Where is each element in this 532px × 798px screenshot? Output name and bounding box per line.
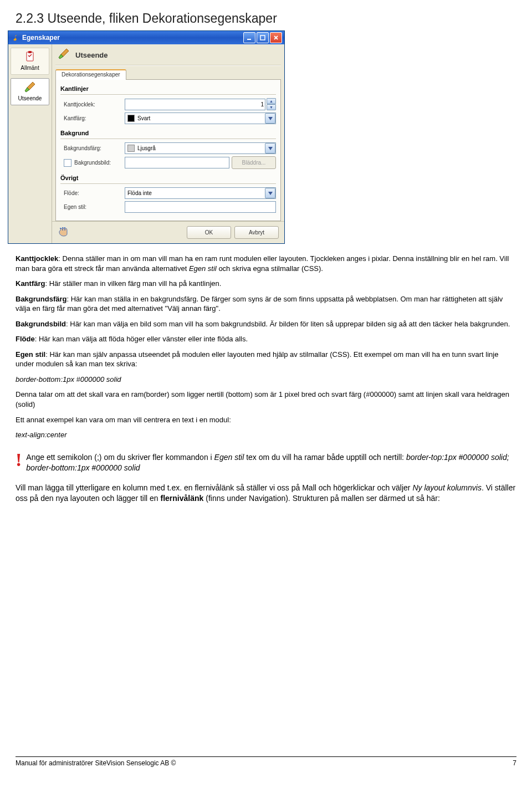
term-flernivalank: flernivålänk — [161, 494, 204, 503]
svg-rect-3 — [28, 51, 32, 53]
sidebar-item-utseende[interactable]: Utseende — [11, 78, 49, 105]
egenstil-input[interactable] — [125, 201, 276, 213]
page-footer: Manual för administratörer SiteVision Se… — [16, 756, 516, 767]
term-egenstil: Egen stil — [16, 350, 45, 359]
text: : Här ställer man in vilken färg man vil… — [45, 279, 221, 288]
minimize-button[interactable] — [243, 32, 255, 43]
term-bakgrundsbild: Bakgrundsbild — [16, 320, 66, 328]
bakgrundsbild-checkbox[interactable] — [64, 159, 71, 167]
document-body: Kanttjocklek: Denna ställer man in om ma… — [16, 254, 516, 504]
sidebar-item-label: Utseende — [18, 95, 42, 101]
tab-dekorationsegenskaper[interactable]: Dekorationsegenskaper — [55, 69, 126, 80]
term-bakgrundsfarg: Bakgrundsfärg — [16, 295, 66, 303]
browse-button[interactable]: Bläddra... — [232, 156, 276, 169]
panel-title: Utseende — [75, 51, 108, 59]
spinner-up-button[interactable]: ▲ — [267, 98, 276, 104]
text: (finns under Navigation). Strukturen på … — [203, 494, 439, 503]
label-bakgrundsfarg: Bakgrundsfärg: — [60, 145, 125, 151]
svg-point-5 — [62, 227, 63, 228]
paintbrush-icon — [57, 48, 71, 63]
sidebar-item-label: Allmänt — [21, 65, 39, 71]
java-icon — [12, 34, 19, 42]
label-bakgrundsbild: Bakgrundsbild: — [74, 160, 111, 166]
paragraph: Ett annat exempel kan vara om man vill c… — [16, 415, 516, 425]
text: Ange ett semikolon (;) om du skriver fle… — [26, 453, 214, 462]
text: : Här kan man själv anpassa utseendet på… — [16, 350, 498, 369]
paintbrush-icon — [21, 81, 39, 94]
label-egenstil: Egen stil: — [60, 204, 125, 210]
code-example-2: text-align:center — [16, 431, 67, 439]
text: tex om du vill ha ramar både upptill och… — [244, 453, 406, 462]
label-kanttjocklek: Kanttjocklek: — [60, 101, 125, 108]
text: : Här kan man välja att flöda höger elle… — [35, 335, 248, 343]
properties-dialog: Egenskaper Allmänt Utsee — [8, 30, 285, 244]
titlebar[interactable]: Egenskaper — [8, 31, 284, 44]
text: Vill man lägga till ytterligare en kolum… — [16, 483, 412, 492]
term-kantfarg: Kantfärg — [16, 279, 45, 288]
flode-value: Flöda inte — [127, 190, 152, 196]
svg-rect-1 — [260, 35, 265, 40]
term-ny-layout: Ny layout kolumnvis — [412, 483, 482, 492]
sidebar: Allmänt Utseende — [8, 44, 52, 243]
hand-icon — [58, 227, 69, 239]
chevron-down-icon[interactable] — [265, 113, 275, 124]
window-title: Egenskaper — [22, 34, 243, 42]
section-heading: 2.2.3 Utseende, fliken Dekorationsegensk… — [16, 11, 516, 26]
bakgrundsfarg-value: Ljusgrå — [137, 145, 156, 151]
sidebar-item-allmant[interactable]: Allmänt — [11, 48, 49, 75]
kantfarg-select[interactable]: Svart — [125, 112, 276, 124]
svg-rect-0 — [247, 39, 251, 40]
bakgrundsbild-input[interactable] — [125, 157, 229, 168]
chevron-down-icon[interactable] — [265, 143, 275, 154]
term-egenstil-inline: Egen stil — [189, 264, 217, 273]
footer-left: Manual för administratörer SiteVision Se… — [16, 759, 176, 767]
fieldset-bakgrund: Bakgrund — [60, 130, 276, 136]
clipboard-icon — [21, 50, 39, 64]
fieldset-kantlinjer: Kantlinjer — [60, 85, 276, 92]
text: : Här kan man välja en bild som man vill… — [66, 320, 510, 328]
text: : Här kan man ställa in en bakgrundsfärg… — [16, 295, 503, 313]
kantfarg-value: Svart — [137, 115, 150, 121]
term-egenstil-inline: Egen stil — [214, 453, 244, 462]
term-kanttjocklek: Kanttjocklek — [16, 254, 58, 263]
bakgrundsfarg-select[interactable]: Ljusgrå — [125, 142, 276, 154]
svg-point-4 — [60, 228, 61, 229]
color-swatch-icon — [127, 145, 135, 152]
svg-point-6 — [64, 227, 65, 228]
close-button[interactable] — [270, 32, 282, 43]
kanttjocklek-input[interactable]: 1 — [125, 99, 265, 110]
color-swatch-icon — [127, 115, 135, 122]
text: och skriva egna stilmallar (CSS). — [217, 264, 323, 273]
label-kantfarg: Kantfärg: — [60, 115, 125, 121]
fieldset-ovrigt: Övrigt — [60, 175, 276, 181]
kanttjocklek-value: 1 — [260, 101, 264, 108]
chevron-down-icon[interactable] — [265, 188, 275, 198]
tab-panel: Kantlinjer Kanttjocklek: 1 ▲ ▼ Kantfär — [55, 79, 281, 221]
term-flode: Flöde — [16, 335, 35, 343]
page-number: 7 — [513, 759, 516, 767]
label-flode: Flöde: — [60, 190, 125, 196]
cancel-button[interactable]: Avbryt — [234, 226, 279, 239]
alert-note: ! Ange ett semikolon (;) om du skriver f… — [16, 452, 516, 473]
exclamation-icon: ! — [16, 452, 22, 468]
paragraph: Denna talar om att det skall vara en ram… — [16, 390, 516, 409]
code-example-1: border-bottom:1px #000000 solid — [16, 375, 121, 383]
flode-select[interactable]: Flöda inte — [125, 187, 276, 199]
ok-button[interactable]: OK — [187, 226, 231, 239]
spinner-down-button[interactable]: ▼ — [267, 104, 276, 110]
maximize-button[interactable] — [257, 32, 269, 43]
